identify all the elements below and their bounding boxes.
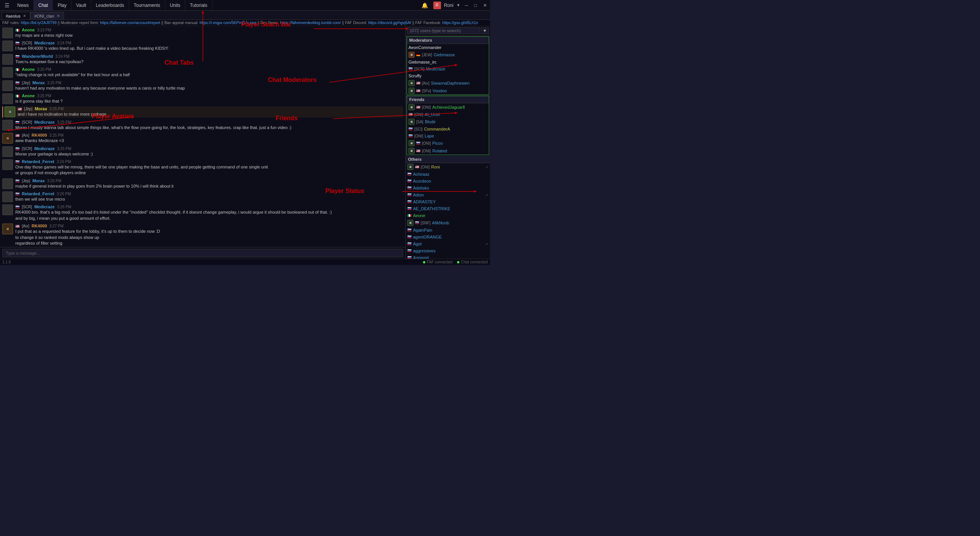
hamburger-icon[interactable]: ☰: [2, 2, 13, 8]
list-item[interactable]: 🇷🇺 Adelisko: [406, 185, 490, 191]
player-name[interactable]: WandererWorld: [22, 54, 53, 59]
player-name[interactable]: Aeone: [22, 93, 35, 98]
message-row: 🇮🇹 Aeone 3:23 PM my maps are a mess righ…: [2, 28, 403, 38]
list-item[interactable]: 🇷🇺 [ONI] Lape: [407, 132, 489, 139]
list-item[interactable]: ▣ 🇺🇸 [ONI] Rotated: [407, 147, 489, 155]
friends-header: Friends: [407, 96, 489, 103]
list-item[interactable]: ▣ 🇷🇺 [SNF] AfikNoob: [406, 219, 490, 227]
message-header: 🇷🇺 [SCR] Medicraze 3:26 PM: [15, 204, 403, 209]
clan-tag: [Jép]: [22, 81, 30, 85]
list-item[interactable]: 🇷🇺 [SCl] CommanderA: [407, 126, 489, 132]
moderators-section: Moderators AeonCommander ▣ 🇩🇪 [JEW] Gieb…: [407, 36, 489, 95]
player-name[interactable]: Morax: [33, 178, 45, 183]
list-item[interactable]: 🇷🇺 agentORANGE: [406, 234, 490, 240]
player-name[interactable]: Retarded_Ferret: [22, 191, 54, 196]
nav-tutorials[interactable]: Tutorials: [185, 0, 212, 10]
player-name[interactable]: Morax: [33, 80, 45, 85]
list-item[interactable]: 🇺🇸 [ONI] AI_Uriel: [407, 111, 489, 118]
minimize-button[interactable]: ─: [463, 3, 470, 8]
list-item[interactable]: ▣ 🇩🇪 [JEW] Giebmasse: [407, 51, 489, 59]
list-item[interactable]: 🇷🇺 Adion ✓: [406, 191, 490, 198]
rules-link-1[interactable]: https://bit.ly/2AJ6T99: [21, 21, 56, 25]
list-item[interactable]: 🇷🇺 aggressives: [406, 247, 490, 254]
rules-sep-3: || Dev News:: [257, 21, 280, 25]
tab-aeolus-close[interactable]: ✕: [23, 14, 26, 18]
nav-vault[interactable]: Vault: [72, 0, 91, 10]
chat-input[interactable]: [2, 249, 403, 257]
list-item[interactable]: ▣ 🇺🇸 [SFo] Voodoo: [407, 87, 489, 95]
list-item[interactable]: ▣ 🇺🇸 [Aix] SiwaonaDaphnewen: [407, 79, 489, 87]
close-button[interactable]: ✕: [482, 3, 488, 8]
list-item[interactable]: ▣ 🇺🇸 [ONI] Roni ✓: [406, 163, 490, 171]
list-item[interactable]: 🇷🇺 [SCR] Medicraze: [407, 65, 489, 72]
player-name[interactable]: Medicraze: [34, 146, 55, 151]
list-item[interactable]: Scruffy: [407, 72, 489, 79]
message-text: is it gonna stay like that ?: [15, 98, 403, 104]
tab-aeolus[interactable]: #aeolus ✕: [2, 12, 30, 20]
player-avatar: ▣: [407, 220, 413, 226]
player-search-input[interactable]: [407, 27, 480, 34]
player-name[interactable]: Retarded_Ferret: [22, 159, 54, 164]
tab-oni-clan-close[interactable]: ✕: [57, 14, 60, 18]
list-item[interactable]: 🇷🇺 Achiraaz: [406, 171, 490, 178]
chat-status: Chat connected: [457, 260, 488, 264]
status-right: FAF connected Chat connected: [423, 260, 488, 264]
clan-tag: [SCR]: [414, 67, 425, 71]
list-item[interactable]: ▣ [SA] Blodir: [407, 118, 489, 126]
player-name[interactable]: RK4000: [31, 224, 47, 228]
list-item[interactable]: 🇷🇺 AE_DEATHSTRIKE: [406, 205, 490, 212]
nav-play[interactable]: Play: [53, 0, 71, 10]
player-name[interactable]: RK4000: [31, 133, 47, 137]
list-item[interactable]: 🇷🇺 Acordeon: [406, 178, 490, 185]
list-item[interactable]: ▣ 🇷🇺 [ONI] Picoo: [407, 139, 489, 147]
list-item[interactable]: 🇷🇺 ADRASTEY: [406, 198, 490, 205]
player-avatar: [2, 67, 13, 78]
player-name[interactable]: Morax: [35, 106, 47, 111]
message-row: 🇷🇺 [Jép] Morax 3:25 PM haven't had any m…: [2, 80, 403, 91]
flag-icon: 🇷🇺: [407, 207, 412, 211]
chat-input-area: [0, 247, 405, 259]
message-row: 🇷🇺 [SCR] Medicraze 3:26 PM RK4000 bro. t…: [2, 204, 403, 221]
nav-tournaments[interactable]: Tournaments: [129, 0, 165, 10]
rules-link-5[interactable]: https://discord.gg/hgvj6Af: [368, 21, 411, 25]
nav-units[interactable]: Units: [165, 0, 185, 10]
list-item[interactable]: Giebmasse_irc: [407, 59, 489, 65]
list-item[interactable]: 🇷🇺 Agriamd: [406, 254, 490, 259]
player-name[interactable]: Medicraze: [34, 204, 55, 209]
nav-leaderboards[interactable]: Leaderboards: [91, 0, 129, 10]
player-name: AeonCommander: [408, 45, 441, 50]
player-name[interactable]: Medicraze: [34, 41, 55, 45]
list-item[interactable]: ▣ 🇺🇸 [ONI] AchievedJaguar8: [407, 103, 489, 111]
message-text: Morax I mostly wanna talk about simple t…: [15, 125, 403, 131]
dropdown-icon[interactable]: ▼: [456, 3, 460, 7]
clan-tag: [SCR]: [22, 41, 32, 45]
list-item[interactable]: AeonCommander: [407, 44, 489, 51]
message-text: haven't had any motivation to make any b…: [15, 85, 403, 91]
bell-icon[interactable]: 🔔: [419, 2, 430, 8]
player-name: Achiraaz: [413, 172, 430, 176]
status-icon: ✓: [485, 193, 488, 197]
rules-link-3[interactable]: https://i.imgur.com/5KPmGJx.png: [199, 21, 256, 25]
rules-link-6[interactable]: https://goo.gl/d5Lh1n: [442, 21, 478, 25]
tab-aeolus-label: #aeolus: [6, 14, 21, 18]
rules-link-2[interactable]: https://faforever.com/account/report: [100, 21, 160, 25]
message-text: then we will see true micro: [15, 196, 403, 202]
list-item[interactable]: 🇷🇺 AgainPain: [406, 227, 490, 234]
message-row: 🇮🇹 Aeone 3:25 PM "rating change is not y…: [2, 67, 403, 78]
list-item[interactable]: 🇷🇺 Aget ✓: [406, 240, 490, 247]
player-name[interactable]: Aeone: [22, 67, 35, 72]
message-text: and i have no inclination to make more g…: [18, 111, 403, 117]
flag-icon: 🇺🇸: [15, 224, 20, 228]
filter-button[interactable]: ▼: [481, 27, 489, 34]
message-text: aww thanks Medicraze <3: [15, 138, 403, 144]
tab-oni-clan[interactable]: #ONI_clan ✕: [30, 12, 64, 20]
player-avatar: ▣: [408, 140, 415, 146]
list-item[interactable]: 🇮🇹 Aeone: [406, 212, 490, 219]
rules-link-4[interactable]: https://faforeverdevblog.tumblr.com/: [280, 21, 341, 25]
nav-news[interactable]: News: [13, 0, 34, 10]
maximize-button[interactable]: □: [473, 3, 479, 8]
player-name[interactable]: Aeone: [22, 28, 35, 32]
nav-chat[interactable]: Chat: [34, 0, 53, 10]
player-name[interactable]: Medicraze: [34, 120, 55, 124]
avatar: R: [433, 2, 441, 9]
